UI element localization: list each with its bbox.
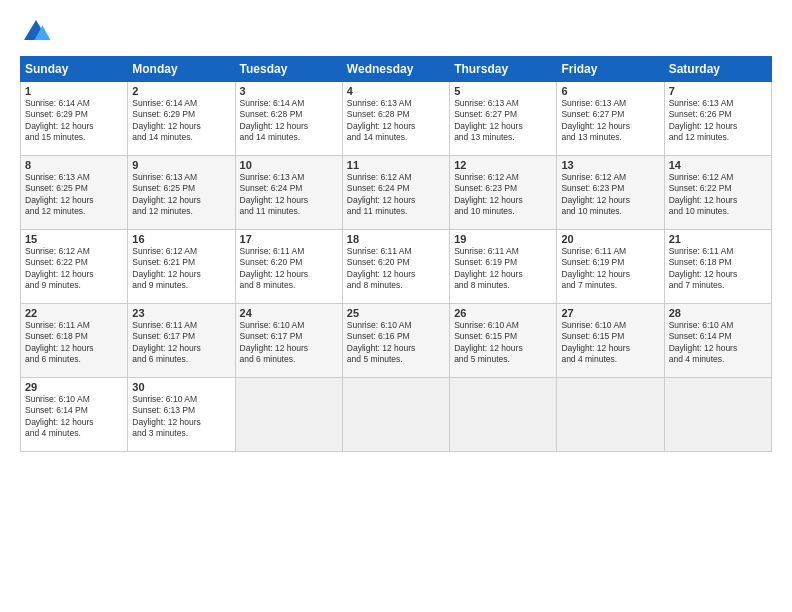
- calendar-cell: 20 Sunrise: 6:11 AMSunset: 6:19 PMDaylig…: [557, 230, 664, 304]
- calendar-cell: 8 Sunrise: 6:13 AMSunset: 6:25 PMDayligh…: [21, 156, 128, 230]
- cell-info: Sunrise: 6:12 AMSunset: 6:21 PMDaylight:…: [132, 246, 201, 290]
- week-row-2: 8 Sunrise: 6:13 AMSunset: 6:25 PMDayligh…: [21, 156, 772, 230]
- day-number: 27: [561, 307, 659, 319]
- calendar-cell: 4 Sunrise: 6:13 AMSunset: 6:28 PMDayligh…: [342, 82, 449, 156]
- calendar-table: SundayMondayTuesdayWednesdayThursdayFrid…: [20, 56, 772, 452]
- calendar-cell: 28 Sunrise: 6:10 AMSunset: 6:14 PMDaylig…: [664, 304, 771, 378]
- cell-info: Sunrise: 6:11 AMSunset: 6:18 PMDaylight:…: [669, 246, 738, 290]
- logo: [20, 16, 56, 48]
- cell-info: Sunrise: 6:14 AMSunset: 6:28 PMDaylight:…: [240, 98, 309, 142]
- calendar-cell: 19 Sunrise: 6:11 AMSunset: 6:19 PMDaylig…: [450, 230, 557, 304]
- cell-info: Sunrise: 6:11 AMSunset: 6:18 PMDaylight:…: [25, 320, 94, 364]
- calendar-cell: 1 Sunrise: 6:14 AMSunset: 6:29 PMDayligh…: [21, 82, 128, 156]
- calendar-cell: 18 Sunrise: 6:11 AMSunset: 6:20 PMDaylig…: [342, 230, 449, 304]
- day-number: 1: [25, 85, 123, 97]
- calendar-cell: 3 Sunrise: 6:14 AMSunset: 6:28 PMDayligh…: [235, 82, 342, 156]
- calendar-cell: 16 Sunrise: 6:12 AMSunset: 6:21 PMDaylig…: [128, 230, 235, 304]
- day-number: 14: [669, 159, 767, 171]
- cell-info: Sunrise: 6:11 AMSunset: 6:20 PMDaylight:…: [347, 246, 416, 290]
- day-number: 25: [347, 307, 445, 319]
- calendar-cell: 27 Sunrise: 6:10 AMSunset: 6:15 PMDaylig…: [557, 304, 664, 378]
- cell-info: Sunrise: 6:12 AMSunset: 6:22 PMDaylight:…: [669, 172, 738, 216]
- day-number: 23: [132, 307, 230, 319]
- day-number: 6: [561, 85, 659, 97]
- cell-info: Sunrise: 6:14 AMSunset: 6:29 PMDaylight:…: [25, 98, 94, 142]
- weekday-sunday: Sunday: [21, 57, 128, 82]
- day-number: 9: [132, 159, 230, 171]
- day-number: 21: [669, 233, 767, 245]
- calendar-cell: 7 Sunrise: 6:13 AMSunset: 6:26 PMDayligh…: [664, 82, 771, 156]
- day-number: 18: [347, 233, 445, 245]
- calendar-cell: 13 Sunrise: 6:12 AMSunset: 6:23 PMDaylig…: [557, 156, 664, 230]
- calendar-cell: 15 Sunrise: 6:12 AMSunset: 6:22 PMDaylig…: [21, 230, 128, 304]
- weekday-monday: Monday: [128, 57, 235, 82]
- cell-info: Sunrise: 6:14 AMSunset: 6:29 PMDaylight:…: [132, 98, 201, 142]
- weekday-friday: Friday: [557, 57, 664, 82]
- cell-info: Sunrise: 6:10 AMSunset: 6:17 PMDaylight:…: [240, 320, 309, 364]
- weekday-saturday: Saturday: [664, 57, 771, 82]
- day-number: 22: [25, 307, 123, 319]
- week-row-5: 29 Sunrise: 6:10 AMSunset: 6:14 PMDaylig…: [21, 378, 772, 452]
- weekday-thursday: Thursday: [450, 57, 557, 82]
- cell-info: Sunrise: 6:13 AMSunset: 6:27 PMDaylight:…: [454, 98, 523, 142]
- week-row-3: 15 Sunrise: 6:12 AMSunset: 6:22 PMDaylig…: [21, 230, 772, 304]
- cell-info: Sunrise: 6:13 AMSunset: 6:26 PMDaylight:…: [669, 98, 738, 142]
- calendar-cell: [557, 378, 664, 452]
- calendar-cell: 21 Sunrise: 6:11 AMSunset: 6:18 PMDaylig…: [664, 230, 771, 304]
- day-number: 11: [347, 159, 445, 171]
- calendar-cell: 26 Sunrise: 6:10 AMSunset: 6:15 PMDaylig…: [450, 304, 557, 378]
- cell-info: Sunrise: 6:13 AMSunset: 6:25 PMDaylight:…: [25, 172, 94, 216]
- cell-info: Sunrise: 6:12 AMSunset: 6:23 PMDaylight:…: [561, 172, 630, 216]
- day-number: 7: [669, 85, 767, 97]
- cell-info: Sunrise: 6:11 AMSunset: 6:20 PMDaylight:…: [240, 246, 309, 290]
- calendar-cell: 24 Sunrise: 6:10 AMSunset: 6:17 PMDaylig…: [235, 304, 342, 378]
- calendar-cell: 30 Sunrise: 6:10 AMSunset: 6:13 PMDaylig…: [128, 378, 235, 452]
- day-number: 29: [25, 381, 123, 393]
- day-number: 8: [25, 159, 123, 171]
- weekday-tuesday: Tuesday: [235, 57, 342, 82]
- cell-info: Sunrise: 6:11 AMSunset: 6:19 PMDaylight:…: [454, 246, 523, 290]
- calendar-cell: 2 Sunrise: 6:14 AMSunset: 6:29 PMDayligh…: [128, 82, 235, 156]
- calendar-cell: [235, 378, 342, 452]
- day-number: 17: [240, 233, 338, 245]
- cell-info: Sunrise: 6:13 AMSunset: 6:25 PMDaylight:…: [132, 172, 201, 216]
- cell-info: Sunrise: 6:12 AMSunset: 6:24 PMDaylight:…: [347, 172, 416, 216]
- day-number: 26: [454, 307, 552, 319]
- cell-info: Sunrise: 6:11 AMSunset: 6:19 PMDaylight:…: [561, 246, 630, 290]
- week-row-4: 22 Sunrise: 6:11 AMSunset: 6:18 PMDaylig…: [21, 304, 772, 378]
- calendar-cell: 23 Sunrise: 6:11 AMSunset: 6:17 PMDaylig…: [128, 304, 235, 378]
- cell-info: Sunrise: 6:10 AMSunset: 6:14 PMDaylight:…: [669, 320, 738, 364]
- day-number: 10: [240, 159, 338, 171]
- cell-info: Sunrise: 6:12 AMSunset: 6:23 PMDaylight:…: [454, 172, 523, 216]
- weekday-wednesday: Wednesday: [342, 57, 449, 82]
- calendar-cell: [342, 378, 449, 452]
- day-number: 5: [454, 85, 552, 97]
- day-number: 30: [132, 381, 230, 393]
- day-number: 20: [561, 233, 659, 245]
- calendar-cell: 12 Sunrise: 6:12 AMSunset: 6:23 PMDaylig…: [450, 156, 557, 230]
- logo-icon: [20, 16, 52, 48]
- week-row-1: 1 Sunrise: 6:14 AMSunset: 6:29 PMDayligh…: [21, 82, 772, 156]
- cell-info: Sunrise: 6:10 AMSunset: 6:15 PMDaylight:…: [454, 320, 523, 364]
- calendar-cell: 22 Sunrise: 6:11 AMSunset: 6:18 PMDaylig…: [21, 304, 128, 378]
- calendar-cell: 5 Sunrise: 6:13 AMSunset: 6:27 PMDayligh…: [450, 82, 557, 156]
- cell-info: Sunrise: 6:10 AMSunset: 6:14 PMDaylight:…: [25, 394, 94, 438]
- calendar-cell: 29 Sunrise: 6:10 AMSunset: 6:14 PMDaylig…: [21, 378, 128, 452]
- page: SundayMondayTuesdayWednesdayThursdayFrid…: [0, 0, 792, 612]
- cell-info: Sunrise: 6:10 AMSunset: 6:16 PMDaylight:…: [347, 320, 416, 364]
- day-number: 15: [25, 233, 123, 245]
- calendar-cell: [664, 378, 771, 452]
- calendar-cell: [450, 378, 557, 452]
- cell-info: Sunrise: 6:13 AMSunset: 6:27 PMDaylight:…: [561, 98, 630, 142]
- cell-info: Sunrise: 6:13 AMSunset: 6:28 PMDaylight:…: [347, 98, 416, 142]
- calendar-cell: 9 Sunrise: 6:13 AMSunset: 6:25 PMDayligh…: [128, 156, 235, 230]
- calendar-cell: 6 Sunrise: 6:13 AMSunset: 6:27 PMDayligh…: [557, 82, 664, 156]
- cell-info: Sunrise: 6:12 AMSunset: 6:22 PMDaylight:…: [25, 246, 94, 290]
- day-number: 3: [240, 85, 338, 97]
- weekday-header-row: SundayMondayTuesdayWednesdayThursdayFrid…: [21, 57, 772, 82]
- day-number: 16: [132, 233, 230, 245]
- day-number: 19: [454, 233, 552, 245]
- cell-info: Sunrise: 6:11 AMSunset: 6:17 PMDaylight:…: [132, 320, 201, 364]
- day-number: 24: [240, 307, 338, 319]
- cell-info: Sunrise: 6:13 AMSunset: 6:24 PMDaylight:…: [240, 172, 309, 216]
